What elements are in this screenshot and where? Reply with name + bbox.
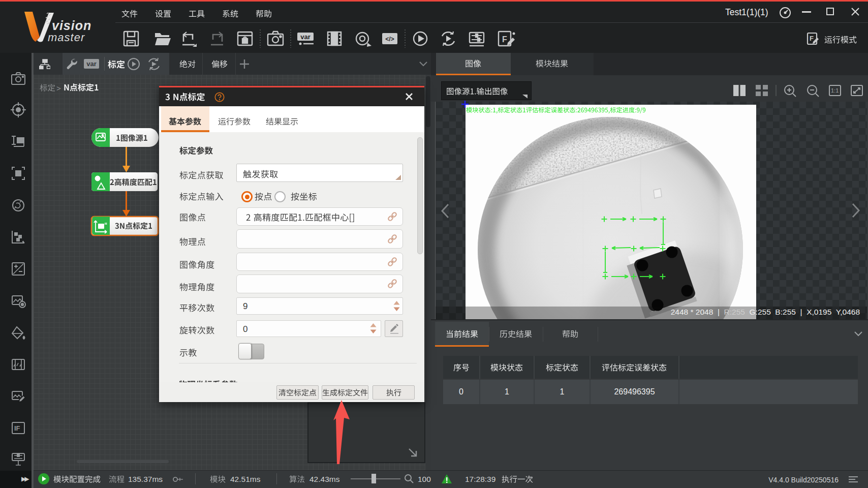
svg-text:F: F	[502, 35, 507, 44]
svg-text:var: var	[300, 33, 311, 41]
svg-text:IF: IF	[14, 424, 20, 432]
svg-text:1:1: 1:1	[831, 87, 839, 94]
svg-text:</>: </>	[385, 36, 394, 43]
svg-text:F: F	[810, 35, 814, 42]
